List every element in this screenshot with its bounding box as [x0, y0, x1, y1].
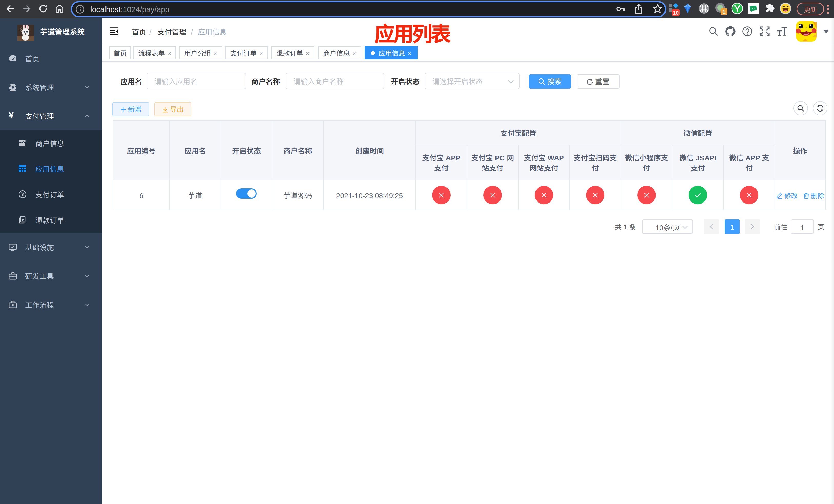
svg-text:10: 10 [673, 10, 679, 16]
svg-text:1: 1 [722, 9, 725, 15]
